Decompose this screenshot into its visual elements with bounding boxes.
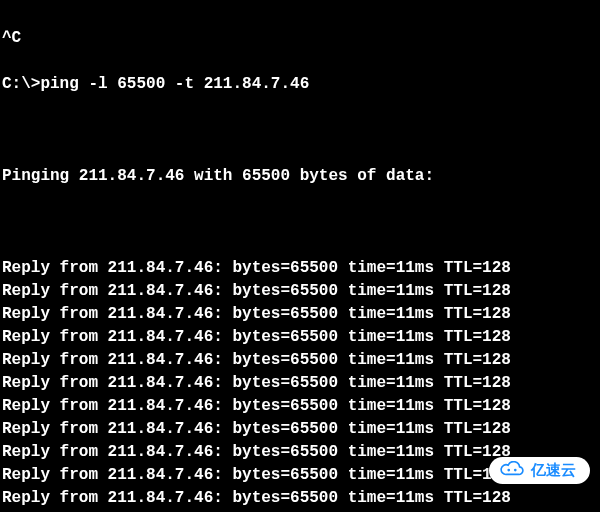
cloud-icon <box>499 461 525 480</box>
terminal-output: ^C C:\>ping -l 65500 -t 211.84.7.46 Ping… <box>0 0 600 512</box>
reply-line: Reply from 211.84.7.46: bytes=65500 time… <box>2 487 598 510</box>
watermark-badge: 亿速云 <box>489 457 590 484</box>
pinging-header: Pinging 211.84.7.46 with 65500 bytes of … <box>2 165 598 188</box>
svg-point-0 <box>507 469 510 472</box>
reply-line: Reply from 211.84.7.46: bytes=65500 time… <box>2 418 598 441</box>
svg-point-1 <box>514 469 517 472</box>
command-line: C:\>ping -l 65500 -t 211.84.7.46 <box>2 73 598 96</box>
prompt: C:\> <box>2 75 40 93</box>
interrupt-line: ^C <box>2 27 598 50</box>
reply-line: Reply from 211.84.7.46: bytes=65500 time… <box>2 303 598 326</box>
reply-line: Reply from 211.84.7.46: bytes=65500 time… <box>2 395 598 418</box>
reply-line: Reply from 211.84.7.46: bytes=65500 time… <box>2 280 598 303</box>
reply-line: Reply from 211.84.7.46: bytes=65500 time… <box>2 326 598 349</box>
blank-line <box>2 211 598 234</box>
watermark-text: 亿速云 <box>531 461 576 480</box>
reply-line: Reply from 211.84.7.46: bytes=65500 time… <box>2 349 598 372</box>
ping-command: ping -l 65500 -t 211.84.7.46 <box>40 75 309 93</box>
reply-line: Reply from 211.84.7.46: bytes=65500 time… <box>2 257 598 280</box>
blank-line <box>2 119 598 142</box>
reply-line: Reply from 211.84.7.46: bytes=65500 time… <box>2 372 598 395</box>
